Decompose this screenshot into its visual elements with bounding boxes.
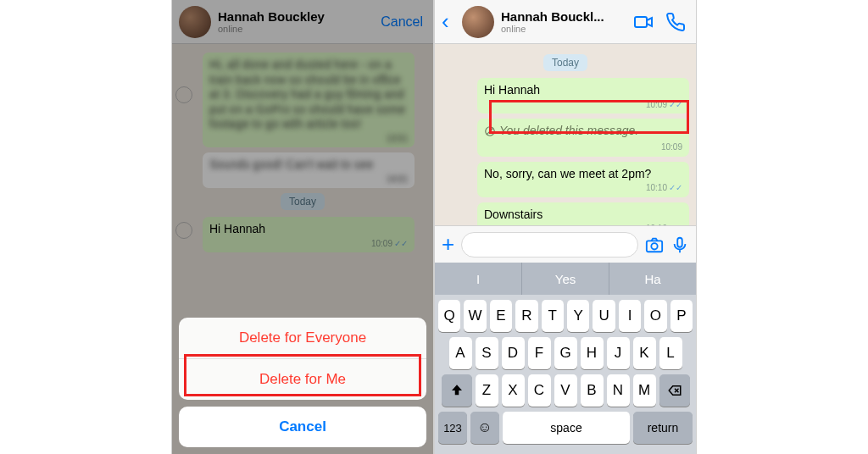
contact-status: online bbox=[501, 24, 633, 34]
message-input[interactable] bbox=[461, 232, 638, 257]
emoji-key[interactable]: ☺ bbox=[470, 412, 499, 444]
video-call-icon[interactable] bbox=[633, 12, 654, 32]
key-w[interactable]: W bbox=[464, 300, 486, 332]
key-o[interactable]: O bbox=[644, 300, 666, 332]
key-p[interactable]: P bbox=[670, 300, 693, 332]
key-y[interactable]: Y bbox=[567, 300, 589, 332]
svg-rect-5 bbox=[677, 237, 682, 246]
key-a[interactable]: A bbox=[449, 337, 472, 369]
voice-call-icon[interactable] bbox=[665, 12, 686, 32]
svg-rect-0 bbox=[635, 17, 647, 27]
key-d[interactable]: D bbox=[502, 337, 525, 369]
key-v[interactable]: V bbox=[554, 374, 577, 407]
key-g[interactable]: G bbox=[554, 337, 577, 369]
delete-for-me-button[interactable]: Delete for Me bbox=[179, 358, 426, 400]
key-j[interactable]: J bbox=[607, 337, 630, 369]
read-ticks-icon: ✓✓ bbox=[669, 100, 682, 109]
action-sheet: Delete for Everyone Delete for Me Cancel bbox=[179, 318, 426, 447]
numbers-key[interactable]: 123 bbox=[438, 412, 467, 444]
key-e[interactable]: E bbox=[490, 300, 512, 332]
svg-line-2 bbox=[487, 128, 493, 135]
suggestion[interactable]: Yes bbox=[521, 263, 609, 295]
keyboard-suggestions: I Yes Ha bbox=[435, 263, 696, 295]
suggestion[interactable]: I bbox=[435, 263, 521, 295]
key-r[interactable]: R bbox=[515, 300, 537, 332]
sheet-cancel-button[interactable]: Cancel bbox=[179, 407, 426, 447]
deleted-message-bubble[interactable]: You deleted this message. 10:09 bbox=[477, 119, 689, 157]
space-key[interactable]: space bbox=[503, 412, 630, 444]
key-t[interactable]: T bbox=[542, 300, 564, 332]
key-k[interactable]: K bbox=[633, 337, 656, 369]
key-x[interactable]: X bbox=[502, 374, 525, 407]
chat-header: ‹ Hannah Bouckl... online bbox=[435, 0, 696, 44]
key-s[interactable]: S bbox=[476, 337, 498, 369]
return-key[interactable]: return bbox=[633, 412, 693, 444]
message-text: You deleted this message. bbox=[499, 124, 638, 139]
message-bubble[interactable]: Hi Hannah 10:09✓✓ bbox=[477, 78, 689, 114]
delete-for-everyone-button[interactable]: Delete for Everyone bbox=[179, 318, 426, 358]
read-ticks-icon: ✓✓ bbox=[669, 183, 682, 192]
key-q[interactable]: Q bbox=[438, 300, 460, 332]
camera-icon[interactable] bbox=[645, 235, 664, 254]
suggestion[interactable]: Ha bbox=[609, 263, 696, 295]
key-h[interactable]: H bbox=[581, 337, 604, 369]
key-i[interactable]: I bbox=[619, 300, 641, 332]
prohibited-icon bbox=[484, 125, 496, 137]
message-bubble[interactable]: Downstairs 10:10✓✓ bbox=[477, 202, 689, 225]
key-c[interactable]: C bbox=[528, 374, 551, 407]
message-bubble[interactable]: No, sorry, can we meet at 2pm? 10:10✓✓ bbox=[477, 162, 689, 197]
mic-icon[interactable] bbox=[670, 235, 689, 254]
key-b[interactable]: B bbox=[581, 374, 604, 407]
key-f[interactable]: F bbox=[528, 337, 551, 369]
key-z[interactable]: Z bbox=[476, 374, 498, 407]
message-input-bar: + bbox=[435, 225, 696, 263]
key-n[interactable]: N bbox=[607, 374, 630, 407]
message-text: No, sorry, can we meet at 2pm? bbox=[484, 167, 651, 180]
contact-name: Hannah Bouckl... bbox=[501, 9, 633, 24]
key-m[interactable]: M bbox=[633, 374, 656, 407]
message-text: Hi Hannah bbox=[484, 83, 540, 97]
chat-scroll[interactable]: Today Hi Hannah 10:09✓✓ You deleted this… bbox=[435, 44, 696, 225]
avatar bbox=[462, 6, 494, 38]
shift-key[interactable] bbox=[442, 374, 472, 407]
ios-keyboard: QWERTYUIOP ASDFGHJKL ZXCVBNM 123 ☺ space… bbox=[435, 295, 696, 454]
screenshot-left-delete-sheet: Hannah Bouckley online Cancel Hi, all do… bbox=[171, 0, 434, 454]
key-u[interactable]: U bbox=[593, 300, 615, 332]
date-pill: Today bbox=[543, 54, 587, 71]
svg-point-4 bbox=[651, 243, 657, 249]
message-text: Downstairs bbox=[484, 208, 542, 221]
key-l[interactable]: L bbox=[659, 337, 682, 369]
attach-button[interactable]: + bbox=[442, 231, 454, 257]
screenshot-right-deleted-message: ‹ Hannah Bouckl... online Today Hi Hanna… bbox=[434, 0, 697, 454]
back-button[interactable]: ‹ bbox=[442, 8, 459, 35]
backspace-key[interactable] bbox=[659, 374, 690, 407]
